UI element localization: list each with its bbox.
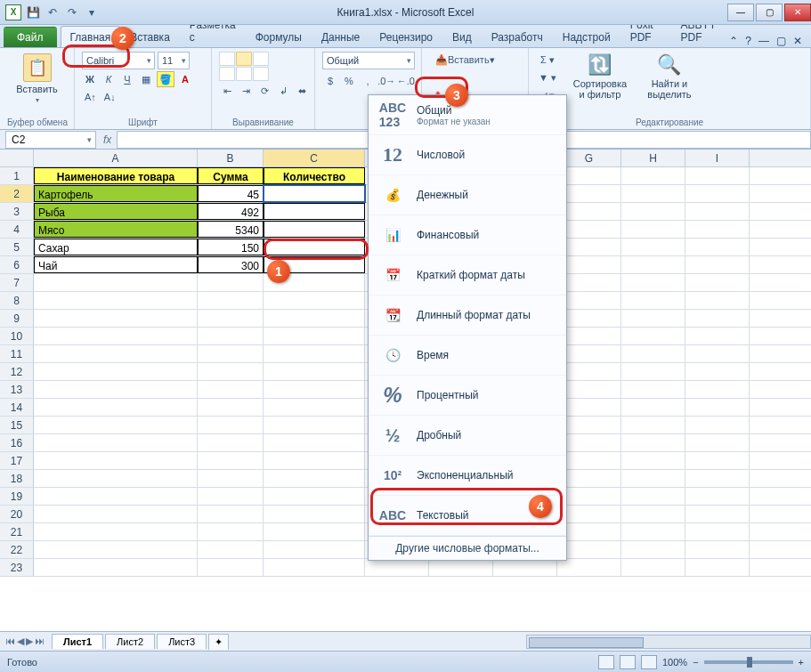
increase-indent[interactable]: ⇥	[238, 83, 254, 99]
row-header-11[interactable]: 11	[0, 345, 34, 362]
cell[interactable]	[34, 452, 198, 469]
cell[interactable]	[34, 310, 198, 327]
grow-font-button[interactable]: A↑	[82, 89, 99, 105]
cell[interactable]	[198, 559, 264, 576]
cell[interactable]	[198, 399, 264, 416]
cell[interactable]	[621, 523, 685, 540]
cell[interactable]	[264, 221, 365, 238]
sort-filter-button[interactable]: 🔃 Сортировка и фильтр	[568, 52, 632, 103]
page-break-view-button[interactable]	[641, 655, 657, 669]
cell[interactable]	[685, 541, 750, 558]
row-header-5[interactable]: 5	[0, 239, 34, 255]
redo-icon[interactable]: ↷	[64, 4, 80, 20]
align-right[interactable]	[253, 67, 269, 81]
row-header-3[interactable]: 3	[0, 203, 34, 220]
col-A[interactable]: A	[34, 150, 198, 166]
fill-button[interactable]: ▼ ▾	[536, 69, 559, 85]
cell[interactable]	[264, 506, 365, 522]
cell[interactable]	[685, 523, 750, 540]
tab-home[interactable]: Главная	[61, 26, 121, 47]
orientation-button[interactable]: ⟳	[256, 83, 272, 99]
row-header-23[interactable]: 23	[0, 559, 34, 576]
sheet-prev-icon[interactable]: ◀	[17, 636, 24, 647]
cell[interactable]	[685, 221, 750, 238]
cell[interactable]	[685, 363, 750, 380]
cell[interactable]	[621, 488, 685, 505]
sheet-tab-3[interactable]: Лист3	[157, 634, 207, 649]
cell[interactable]	[34, 399, 198, 416]
shrink-font-button[interactable]: A↓	[101, 89, 118, 105]
tab-file[interactable]: Файл	[4, 27, 57, 47]
cell[interactable]	[34, 506, 198, 522]
cell[interactable]	[264, 239, 365, 255]
fmt-item-6[interactable]: 🕓Время	[369, 336, 566, 376]
insert-cells-button[interactable]: 📥 Вставить ▾	[429, 52, 501, 68]
cell[interactable]	[198, 506, 264, 522]
cell[interactable]: 492	[198, 203, 264, 220]
cell[interactable]	[198, 292, 264, 309]
cell[interactable]	[264, 185, 365, 202]
row-header-20[interactable]: 20	[0, 506, 34, 522]
cell[interactable]	[264, 559, 365, 576]
new-sheet-button[interactable]: ✦	[208, 634, 229, 650]
row-header-8[interactable]: 8	[0, 292, 34, 309]
cell[interactable]	[685, 399, 750, 416]
tab-developer[interactable]: Разработч	[482, 26, 553, 47]
align-center[interactable]	[236, 67, 252, 81]
fmt-item-3[interactable]: 📊Финансовый	[369, 215, 566, 255]
cell[interactable]	[685, 274, 750, 291]
cell[interactable]	[685, 292, 750, 309]
cell[interactable]	[34, 559, 198, 576]
cell[interactable]	[264, 523, 365, 540]
cell[interactable]	[264, 310, 365, 327]
row-header-16[interactable]: 16	[0, 434, 34, 451]
cell[interactable]	[264, 203, 365, 220]
cell[interactable]	[34, 328, 198, 344]
cell[interactable]: 5340	[198, 221, 264, 238]
cell[interactable]	[621, 310, 685, 327]
save-icon[interactable]: 💾	[25, 4, 41, 20]
fmt-item-8[interactable]: ½Дробный	[369, 416, 566, 456]
cell[interactable]	[264, 417, 365, 433]
cell[interactable]	[621, 417, 685, 433]
row-header-13[interactable]: 13	[0, 381, 34, 398]
row-header-2[interactable]: 2	[0, 185, 34, 202]
tab-formulas[interactable]: Формулы	[246, 26, 312, 47]
sheet-tab-1[interactable]: Лист1	[52, 634, 103, 649]
align-middle[interactable]	[236, 52, 252, 66]
fmt-item-4[interactable]: 📅Краткий формат даты	[369, 255, 566, 296]
italic-button[interactable]: К	[101, 71, 117, 87]
row-header-7[interactable]: 7	[0, 274, 34, 291]
row-header-18[interactable]: 18	[0, 470, 34, 487]
page-layout-view-button[interactable]	[620, 655, 636, 669]
cell[interactable]	[621, 203, 685, 220]
cell[interactable]	[621, 452, 685, 469]
cell[interactable]	[621, 256, 685, 273]
cell[interactable]	[685, 185, 750, 202]
cell[interactable]: Сумма	[198, 167, 264, 184]
undo-icon[interactable]: ↶	[45, 4, 61, 20]
cell[interactable]	[198, 363, 264, 380]
cell[interactable]: Картофель	[34, 185, 198, 202]
col-B[interactable]: B	[198, 150, 264, 166]
cell[interactable]	[198, 381, 264, 398]
cell[interactable]	[621, 541, 685, 558]
row-header-4[interactable]: 4	[0, 221, 34, 238]
border-button[interactable]: ▦	[138, 71, 154, 87]
align-top[interactable]	[219, 52, 235, 66]
cell[interactable]	[685, 470, 750, 487]
cell[interactable]	[621, 381, 685, 398]
cell[interactable]	[264, 381, 365, 398]
cell[interactable]	[685, 256, 750, 273]
sheet-first-icon[interactable]: ⏮	[5, 636, 15, 647]
cell[interactable]	[198, 310, 264, 327]
cell[interactable]	[264, 274, 365, 291]
cell[interactable]	[34, 523, 198, 540]
cell[interactable]	[685, 345, 750, 362]
fmt-item-5[interactable]: 📆Длинный формат даты	[369, 296, 566, 336]
zoom-out-button[interactable]: −	[693, 657, 698, 668]
tab-insert[interactable]: Вставка	[120, 26, 180, 47]
col-I[interactable]: I	[685, 150, 750, 166]
cell[interactable]	[264, 328, 365, 344]
row-header-6[interactable]: 6	[0, 256, 34, 273]
